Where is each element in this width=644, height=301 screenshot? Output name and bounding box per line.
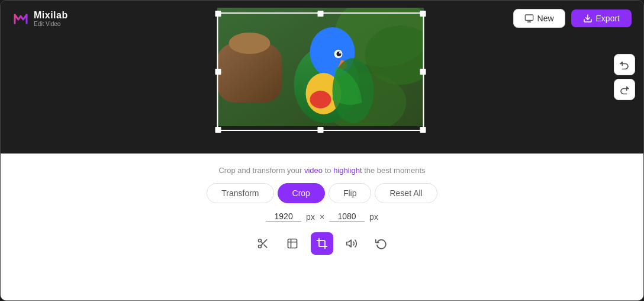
crop-handle-top-right[interactable] xyxy=(420,11,426,17)
mixilab-logo-icon xyxy=(12,10,29,27)
crop-handle-mid-left[interactable] xyxy=(215,69,221,75)
undo-redo-group xyxy=(614,54,635,100)
cut-icon xyxy=(257,238,269,249)
resize-icon xyxy=(286,238,298,249)
export-button[interactable]: Export xyxy=(571,9,632,27)
crop-handle-bottom-right[interactable] xyxy=(420,127,426,133)
new-label: New xyxy=(537,14,554,23)
app-title: Mixilab xyxy=(34,10,68,21)
undo-button[interactable] xyxy=(614,54,635,75)
tab-reset-all[interactable]: Reset All xyxy=(375,183,437,203)
resize-tool-button[interactable] xyxy=(281,232,304,255)
tab-flip[interactable]: Flip xyxy=(329,183,372,203)
bottom-panel: Crop and transform your video to highlig… xyxy=(1,153,643,301)
audio-tool-button[interactable] xyxy=(340,232,363,255)
header-actions: New Export xyxy=(513,9,632,28)
cut-tool-button[interactable] xyxy=(252,232,274,255)
video-canvas xyxy=(217,8,427,132)
redo-button[interactable] xyxy=(614,79,635,100)
svg-line-20 xyxy=(264,245,267,248)
app-subtitle: Edit Video xyxy=(34,21,68,27)
crop-handle-bottom-left[interactable] xyxy=(215,127,221,133)
svg-rect-15 xyxy=(525,15,533,20)
crop-handle-top-left[interactable] xyxy=(215,11,221,17)
crop-handle-mid-right[interactable] xyxy=(420,69,426,75)
crop-active-icon xyxy=(316,238,328,249)
dimension-separator: × xyxy=(320,212,324,222)
svg-marker-23 xyxy=(347,240,352,247)
video-preview-area: Mixilab Edit Video xyxy=(1,1,643,153)
crop-overlay[interactable] xyxy=(217,12,424,131)
audio-icon xyxy=(346,238,358,249)
tab-crop[interactable]: Crop xyxy=(278,183,325,203)
tagline-highlight-highlight: highlight xyxy=(333,166,362,175)
width-input[interactable] xyxy=(266,212,301,222)
bottom-toolbar xyxy=(252,232,392,255)
width-unit: px xyxy=(306,212,315,222)
tagline-video-highlight: video xyxy=(304,166,323,175)
crop-tool-button[interactable] xyxy=(311,232,333,255)
crop-handle-bottom-mid[interactable] xyxy=(318,127,324,133)
logo: Mixilab Edit Video xyxy=(12,10,68,27)
tab-group: Transform Crop Flip Reset All xyxy=(207,183,437,203)
rotate-tool-button[interactable] xyxy=(370,232,392,255)
rotate-icon xyxy=(375,238,387,249)
export-icon xyxy=(583,14,593,23)
dimensions-row: px × px xyxy=(266,212,378,222)
svg-line-21 xyxy=(261,242,263,244)
new-icon xyxy=(524,14,534,23)
crop-handle-top-mid[interactable] xyxy=(318,11,324,17)
tab-transform[interactable]: Transform xyxy=(207,183,273,203)
height-input[interactable] xyxy=(329,212,365,222)
new-button[interactable]: New xyxy=(513,9,565,28)
height-unit: px xyxy=(369,212,378,222)
tagline: Crop and transform your video to highlig… xyxy=(218,166,425,175)
export-label: Export xyxy=(596,14,620,23)
logo-text: Mixilab Edit Video xyxy=(34,10,68,27)
svg-rect-22 xyxy=(288,239,297,248)
